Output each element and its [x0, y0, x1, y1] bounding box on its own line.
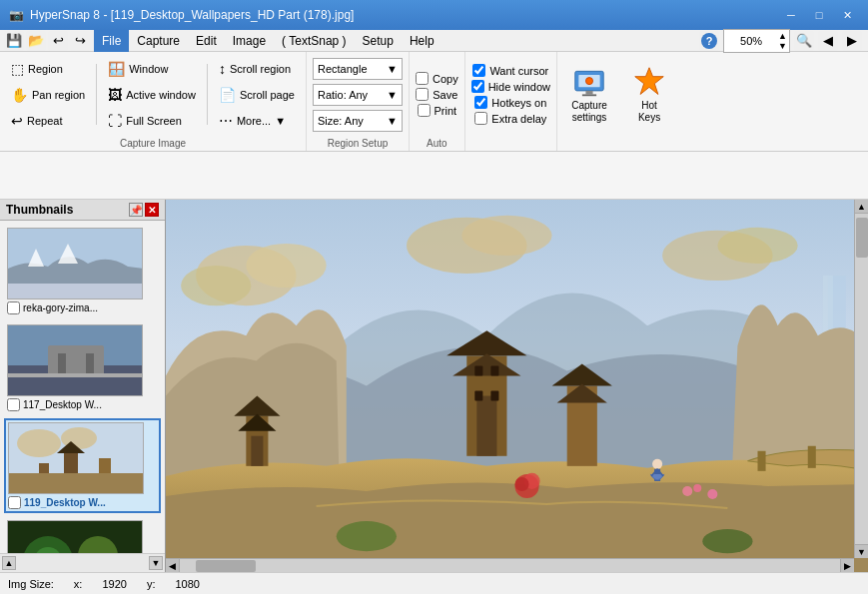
scroll-right-arrow[interactable]: ▶	[840, 559, 854, 572]
thumbnails-close-button[interactable]: ✕	[145, 203, 159, 217]
qa-undo-button[interactable]: ↩	[48, 31, 68, 51]
zoom-input[interactable]	[726, 35, 776, 47]
fantasy-image	[166, 200, 868, 572]
print-label: Print	[434, 105, 457, 117]
vertical-scrollbar[interactable]: ▲ ▼	[854, 200, 868, 558]
scroll-region-icon: ↕	[219, 61, 226, 77]
scroll-down-arrow[interactable]: ▼	[855, 544, 868, 558]
menu-setup[interactable]: Setup	[355, 30, 402, 52]
extra-delay-checkbox[interactable]	[474, 112, 487, 125]
maximize-button[interactable]: □	[806, 5, 832, 25]
window-button[interactable]: 🪟 Window	[103, 57, 201, 81]
x-value: 1920	[102, 578, 126, 590]
quick-access-toolbar: 💾 📂 ↩ ↪	[0, 31, 94, 51]
thumb1-checkbox[interactable]	[7, 301, 20, 314]
size-dropdown-arrow: ▼	[387, 115, 398, 127]
thumb1-label: reka-gory-zima...	[23, 302, 98, 313]
zoom-dropdown-arrow[interactable]: ▲▼	[778, 31, 787, 51]
scroll-left-arrow[interactable]: ◀	[166, 559, 180, 572]
svg-point-60	[514, 477, 528, 491]
region-button[interactable]: ⬚ Region	[6, 57, 90, 81]
active-window-button[interactable]: 🖼 Active window	[103, 83, 201, 107]
menu-edit[interactable]: Edit	[188, 30, 225, 52]
extra-delay-checkbox-item[interactable]: Extra delay	[474, 112, 546, 125]
scroll-page-icon: 📄	[219, 87, 236, 103]
region-setup-group-label: Region Setup	[307, 138, 409, 149]
qa-save-button[interactable]: 💾	[4, 31, 24, 51]
pan-region-button[interactable]: ✋ Pan region	[6, 83, 90, 107]
qa-open-button[interactable]: 📂	[26, 31, 46, 51]
ratio-dropdown[interactable]: Ratio: Any ▼	[313, 84, 403, 106]
hide-window-checkbox[interactable]	[471, 80, 484, 93]
thumbnails-scroll-up-button[interactable]: ▲	[2, 556, 16, 570]
thumbnail-item-3[interactable]: 119_Desktop W...	[4, 418, 161, 513]
shape-dropdown[interactable]: Rectangle ▼	[313, 58, 403, 80]
scroll-region-button[interactable]: ↕ Scroll region	[214, 57, 300, 81]
repeat-button[interactable]: ↩ Repeat	[6, 109, 90, 133]
svg-rect-48	[490, 391, 498, 401]
pan-region-icon: ✋	[11, 87, 28, 103]
menu-image[interactable]: Image	[225, 30, 274, 52]
thumbnails-pin-button[interactable]: 📌	[129, 203, 143, 217]
copy-checkbox[interactable]	[416, 72, 429, 85]
thumbnails-scroll-down-button[interactable]: ▼	[149, 556, 163, 570]
svg-rect-52	[758, 451, 766, 471]
copy-checkbox-item[interactable]: Copy	[416, 72, 458, 85]
svg-point-65	[702, 529, 752, 553]
print-checkbox[interactable]	[418, 104, 431, 117]
menu-capture[interactable]: Capture	[129, 30, 188, 52]
thumbnail-item-1[interactable]: reka-gory-zima...	[4, 225, 161, 317]
thumbnails-header: Thumbnails 📌 ✕	[0, 200, 165, 221]
hotkeys-on-checkbox-item[interactable]: Hotkeys on	[474, 96, 546, 109]
svg-point-54	[652, 459, 662, 469]
save-checkbox[interactable]	[416, 88, 429, 101]
zoom-control[interactable]: ▲▼	[723, 29, 790, 53]
menu-file[interactable]: File	[94, 30, 129, 52]
save-checkbox-item[interactable]: Save	[416, 88, 457, 101]
capture-settings-button[interactable]: Capturesettings	[563, 61, 615, 129]
options-inner: Want cursor Hide window Hotkeys on Extra…	[465, 52, 556, 137]
horizontal-scrollbar[interactable]: ◀ ▶	[166, 558, 854, 572]
zoom-fit-button[interactable]: 🔍	[794, 31, 814, 51]
shape-value: Rectangle	[318, 63, 368, 75]
scroll-thumb-h[interactable]	[196, 560, 256, 572]
hotkeys-on-checkbox[interactable]	[474, 96, 487, 109]
qa-redo-button[interactable]: ↪	[70, 31, 90, 51]
scroll-up-arrow[interactable]: ▲	[855, 200, 868, 214]
menu-help[interactable]: Help	[402, 30, 442, 52]
capture-settings-group: Capturesettings HotKeys	[557, 52, 681, 151]
want-cursor-checkbox[interactable]	[472, 64, 485, 77]
size-dropdown[interactable]: Size: Any ▼	[313, 110, 403, 132]
repeat-label: Repeat	[27, 115, 62, 127]
save-label: Save	[433, 89, 457, 101]
hide-window-checkbox-item[interactable]: Hide window	[471, 80, 550, 93]
scroll-thumb-v[interactable]	[856, 218, 868, 258]
thumbnail-svg-3	[9, 423, 144, 494]
scroll-region-label: Scroll region	[230, 63, 291, 75]
full-screen-button[interactable]: ⛶ Full Screen	[103, 109, 201, 133]
prev-nav-button[interactable]: ◀	[818, 31, 838, 51]
capture-scroll-buttons: ↕ Scroll region 📄 Scroll page ⋯ More... …	[214, 57, 300, 133]
image-viewer[interactable]: ▲ ▼ ◀ ▶	[166, 200, 868, 572]
print-checkbox-item[interactable]: Print	[418, 104, 457, 117]
x-label: x:	[74, 578, 83, 590]
thumb3-checkbox[interactable]	[8, 496, 21, 509]
window-icon: 🪟	[108, 61, 125, 77]
scroll-page-button[interactable]: 📄 Scroll page	[214, 83, 300, 107]
close-button[interactable]: ✕	[834, 5, 860, 25]
help-button[interactable]: ?	[699, 31, 719, 51]
thumb2-checkbox[interactable]	[7, 398, 20, 411]
hot-keys-button[interactable]: HotKeys	[623, 61, 675, 129]
next-nav-button[interactable]: ▶	[842, 31, 862, 51]
more-button[interactable]: ⋯ More... ▼	[214, 109, 300, 133]
menu-textsnap[interactable]: ( TextSnap )	[274, 30, 354, 52]
y-value: 1080	[175, 578, 199, 590]
want-cursor-checkbox-item[interactable]: Want cursor	[472, 64, 548, 77]
svg-point-15	[17, 429, 61, 457]
thumbnail-item-4[interactable]: 120_Desktop W...	[4, 517, 161, 553]
minimize-button[interactable]: ─	[778, 5, 804, 25]
auto-inner: Copy Save Print	[410, 52, 464, 137]
thumbnail-svg-2	[8, 325, 143, 396]
full-screen-label: Full Screen	[126, 115, 182, 127]
thumbnail-item-2[interactable]: 117_Desktop W...	[4, 321, 161, 414]
